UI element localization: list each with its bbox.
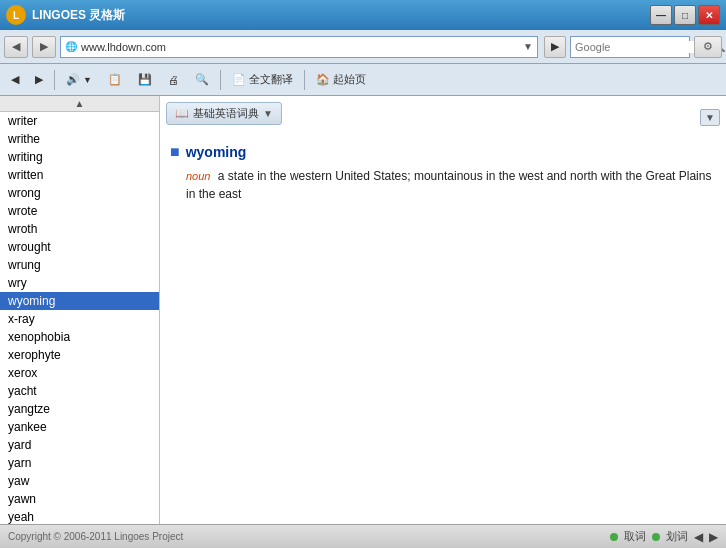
word-pos: noun xyxy=(186,170,210,182)
home-icon: 🏠 xyxy=(316,73,330,86)
back-button[interactable]: ◀ xyxy=(4,36,28,58)
sidebar-item-written[interactable]: written xyxy=(0,166,159,184)
search-tool-icon: 🔍 xyxy=(195,73,209,86)
sidebar-item-yeah[interactable]: yeah xyxy=(0,508,159,524)
sidebar-item-wrought[interactable]: wrought xyxy=(0,238,159,256)
print-button[interactable]: 🖨 xyxy=(161,67,186,93)
sidebar-item-wroth[interactable]: wroth xyxy=(0,220,159,238)
sidebar-item-yarn[interactable]: yarn xyxy=(0,454,159,472)
app-title: LINGOES 灵格斯 xyxy=(32,7,650,24)
content-pane: 📖 基础英语词典 ▼ ▼ ■ wyoming noun a state in t… xyxy=(160,96,726,524)
prev-button[interactable]: ◀ xyxy=(694,530,703,544)
word-headword: wyoming xyxy=(186,144,247,160)
search-input[interactable] xyxy=(575,41,713,53)
sidebar: ▲ writerwrithewritingwrittenwrongwrotewr… xyxy=(0,96,160,524)
app-icon: L xyxy=(6,5,26,25)
search-wrap: 🔍 ▼ xyxy=(570,36,690,58)
selword-label[interactable]: 划词 xyxy=(666,529,688,544)
address-bar: ◀ ▶ 🌐 ▼ ▶ 🔍 ▼ ⚙ xyxy=(0,30,726,64)
sidebar-item-xenophobia[interactable]: xenophobia xyxy=(0,328,159,346)
close-button[interactable]: ✕ xyxy=(698,5,720,25)
toolbar: ◀ ▶ 🔊 ▼ 📋 💾 🖨 🔍 📄 全文翻译 🏠 起始页 xyxy=(0,64,726,96)
translate-label: 全文翻译 xyxy=(249,72,293,87)
forward-icon: ▶ xyxy=(35,73,43,86)
sidebar-item-yawn[interactable]: yawn xyxy=(0,490,159,508)
dict-selector[interactable]: 📖 基础英语词典 ▼ xyxy=(166,102,282,125)
copyright-text: Copyright © 2006-2011 Lingoes Project xyxy=(8,531,598,542)
maximize-button[interactable]: □ xyxy=(674,5,696,25)
dict-icon: 📖 xyxy=(175,107,189,120)
next-button[interactable]: ▶ xyxy=(709,530,718,544)
copy-icon: 📋 xyxy=(108,73,122,86)
speaker-button[interactable]: 🔊 ▼ xyxy=(59,67,99,93)
sidebar-item-writhe[interactable]: writhe xyxy=(0,130,159,148)
status-dot-1 xyxy=(610,533,618,541)
nav-forward-button[interactable]: ▶ xyxy=(28,67,50,93)
content-collapse-button[interactable]: ▼ xyxy=(700,109,720,126)
word-entry: ■ wyoming noun a state in the western Un… xyxy=(166,141,720,205)
sidebar-item-writer[interactable]: writer xyxy=(0,112,159,130)
save-button[interactable]: 💾 xyxy=(131,67,159,93)
print-icon: 🖨 xyxy=(168,74,179,86)
sidebar-item-yankee[interactable]: yankee xyxy=(0,418,159,436)
sidebar-item-wrong[interactable]: wrong xyxy=(0,184,159,202)
sidebar-item-yangtze[interactable]: yangtze xyxy=(0,400,159,418)
sidebar-list: writerwrithewritingwrittenwrongwrotewrot… xyxy=(0,112,159,524)
word-definition: noun a state in the western United State… xyxy=(170,167,716,203)
speaker-icon: 🔊 xyxy=(66,73,80,86)
home-button[interactable]: 🏠 起始页 xyxy=(309,67,373,93)
translate-button[interactable]: 📄 全文翻译 xyxy=(225,67,300,93)
sidebar-item-x-ray[interactable]: x-ray xyxy=(0,310,159,328)
qucword-label[interactable]: 取词 xyxy=(624,529,646,544)
address-icon: 🌐 xyxy=(65,41,77,52)
save-icon: 💾 xyxy=(138,73,152,86)
status-actions: 取词 划词 ◀ ▶ xyxy=(610,529,718,544)
address-input-wrap: 🌐 ▼ xyxy=(60,36,538,58)
nav-back-button[interactable]: ◀ xyxy=(4,67,26,93)
sidebar-item-wrote[interactable]: wrote xyxy=(0,202,159,220)
toolbar-separator-1 xyxy=(54,70,55,90)
go-button[interactable]: ▶ xyxy=(544,36,566,58)
dict-dropdown-arrow[interactable]: ▼ xyxy=(263,108,273,119)
sidebar-item-writing[interactable]: writing xyxy=(0,148,159,166)
word-title-row: ■ wyoming xyxy=(170,143,716,161)
status-bar: Copyright © 2006-2011 Lingoes Project 取词… xyxy=(0,524,726,548)
back-icon: ◀ xyxy=(11,73,19,86)
translate-icon: 📄 xyxy=(232,73,246,86)
home-label: 起始页 xyxy=(333,72,366,87)
minimize-button[interactable]: — xyxy=(650,5,672,25)
sidebar-item-yard[interactable]: yard xyxy=(0,436,159,454)
dict-row: 📖 基础英语词典 ▼ ▼ xyxy=(166,102,720,133)
sidebar-item-wyoming[interactable]: wyoming xyxy=(0,292,159,310)
title-bar: L LINGOES 灵格斯 — □ ✕ xyxy=(0,0,726,30)
window-controls: — □ ✕ xyxy=(650,5,720,25)
sidebar-item-xerox[interactable]: xerox xyxy=(0,364,159,382)
copy-button[interactable]: 📋 xyxy=(101,67,129,93)
sidebar-item-yacht[interactable]: yacht xyxy=(0,382,159,400)
address-dropdown[interactable]: ▼ xyxy=(523,41,533,52)
main-content: ▲ writerwrithewritingwrittenwrongwrotewr… xyxy=(0,96,726,524)
sidebar-item-wry[interactable]: wry xyxy=(0,274,159,292)
sidebar-item-wrung[interactable]: wrung xyxy=(0,256,159,274)
forward-button[interactable]: ▶ xyxy=(32,36,56,58)
toolbar-separator-3 xyxy=(304,70,305,90)
dict-name: 基础英语词典 xyxy=(193,106,259,121)
word-def-text: a state in the western United States; mo… xyxy=(186,169,711,201)
sidebar-item-yaw[interactable]: yaw xyxy=(0,472,159,490)
menu-button[interactable]: ⚙ xyxy=(694,36,722,58)
toolbar-separator-2 xyxy=(220,70,221,90)
sidebar-item-xerophyte[interactable]: xerophyte xyxy=(0,346,159,364)
search-button[interactable]: 🔍 xyxy=(188,67,216,93)
speaker-dropdown[interactable]: ▼ xyxy=(83,75,92,85)
sidebar-scroll-up[interactable]: ▲ xyxy=(0,96,159,112)
status-dot-2 xyxy=(652,533,660,541)
address-input[interactable] xyxy=(81,41,523,53)
word-bullet: ■ xyxy=(170,143,180,161)
